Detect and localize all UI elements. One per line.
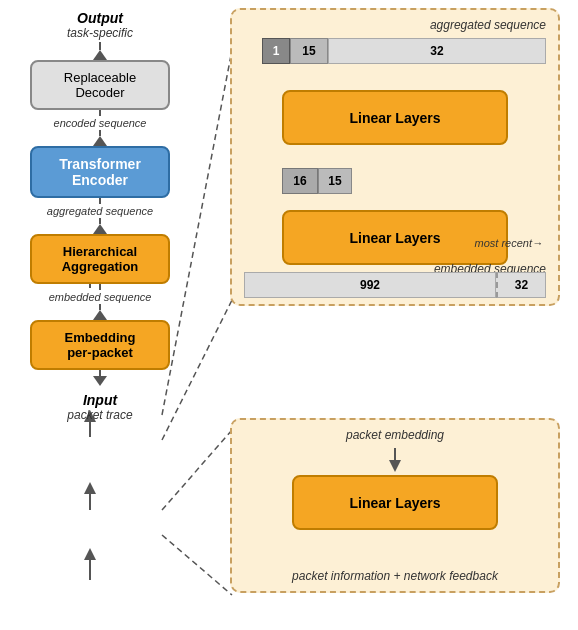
output-title: Output (67, 10, 133, 26)
left-column: Output task-specific ReplaceableDecoder … (20, 10, 180, 422)
input-section: Input packet trace (67, 392, 132, 422)
linear-layers-top: Linear Layers (282, 90, 508, 145)
input-subtitle: packet trace (67, 408, 132, 422)
svg-marker-1 (84, 548, 96, 560)
hierarchical-aggregation-box: HierarchicalAggregation (30, 234, 170, 284)
seq-seg-1: 1 (262, 38, 290, 64)
mid-seg-15: 15 (318, 168, 352, 194)
embedded-sequence-label: embedded sequence (49, 291, 152, 303)
input-title: Input (67, 392, 132, 408)
output-section: Output task-specific (67, 10, 133, 40)
decoder-box: ReplaceableDecoder (30, 60, 170, 110)
embedding-box: Embeddingper-packet (30, 320, 170, 370)
most-recent-label: most recent→ (475, 237, 543, 249)
emb-seg-992: 992 (244, 272, 496, 298)
aggregation-label: HierarchicalAggregation (62, 244, 139, 274)
seq-seg-15: 15 (290, 38, 328, 64)
embedding-label: Embeddingper-packet (65, 330, 136, 360)
bottom-seq-bar: 992 32 (244, 272, 546, 298)
mid-seg-16: 16 (282, 168, 318, 194)
seq-seg-32: 32 (328, 38, 546, 64)
emb-seg-32: 32 (496, 272, 546, 298)
pkt-arrow (385, 448, 405, 473)
output-subtitle: task-specific (67, 26, 133, 40)
top-panel: aggregated sequence 1 15 32 Linear Layer… (230, 8, 560, 306)
svg-marker-3 (84, 482, 96, 494)
svg-line-24 (162, 430, 232, 510)
top-seq-bar: 1 15 32 (262, 38, 546, 64)
bottom-panel: packet embedding Linear Layers packet in… (230, 418, 560, 593)
transformer-encoder-box: TransformerEncoder (30, 146, 170, 198)
diagram-container: Output task-specific ReplaceableDecoder … (0, 0, 578, 630)
packet-embedding-label: packet embedding (346, 428, 444, 442)
agg-seq-panel-label: aggregated sequence (430, 18, 546, 32)
aggregated-sequence-label: aggregated sequence (47, 205, 153, 217)
linear-layers-packet: Linear Layers (292, 475, 498, 530)
packet-info-label: packet information + network feedback (292, 569, 498, 583)
svg-line-25 (162, 535, 232, 595)
encoder-label: TransformerEncoder (59, 156, 141, 188)
svg-marker-27 (389, 460, 401, 472)
encoded-sequence-label: encoded sequence (54, 117, 147, 129)
mid-bar: 16 15 (282, 168, 352, 194)
